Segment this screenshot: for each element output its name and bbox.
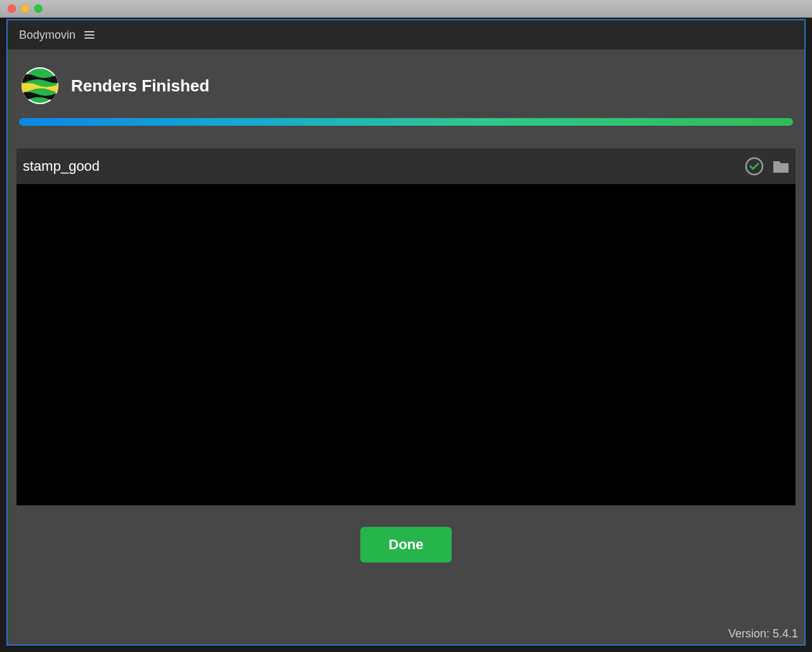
bodymovin-panel: Bodymovin Renders Finished stamp_goo <box>6 19 806 646</box>
progress-bar <box>19 118 793 126</box>
window-titlebar <box>0 0 812 18</box>
window-close-button[interactable] <box>8 4 16 13</box>
render-item-header: stamp_good <box>16 149 796 184</box>
panel-header: Bodymovin <box>8 20 804 50</box>
panel-title: Bodymovin <box>19 29 75 42</box>
version-label: Version: 5.4.1 <box>728 627 798 641</box>
success-check-icon <box>745 157 764 176</box>
render-preview-area <box>16 184 796 505</box>
status-heading: Renders Finished <box>71 76 209 96</box>
bodymovin-logo-icon <box>22 67 58 104</box>
render-item-name: stamp_good <box>23 158 737 175</box>
render-item: stamp_good <box>16 149 796 505</box>
window-maximize-button[interactable] <box>34 4 43 13</box>
done-button[interactable]: Done <box>360 527 452 562</box>
open-folder-icon[interactable] <box>771 157 790 176</box>
done-button-row: Done <box>8 505 804 562</box>
window-minimize-button[interactable] <box>21 4 29 13</box>
progress-bar-container <box>8 118 804 126</box>
status-row: Renders Finished <box>8 50 804 118</box>
panel-menu-icon[interactable] <box>84 31 95 39</box>
